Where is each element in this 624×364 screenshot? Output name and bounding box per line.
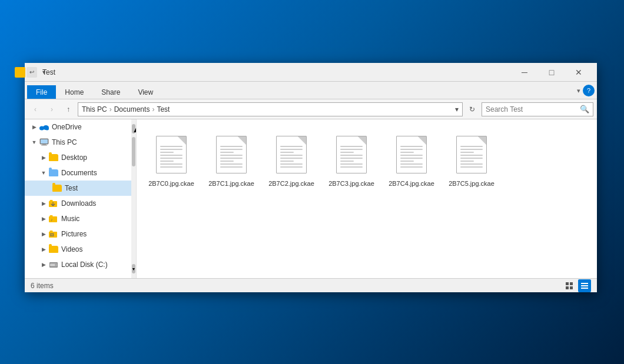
doc-line [160, 163, 182, 165]
path-part-test[interactable]: Test [157, 105, 170, 113]
doc-line [340, 155, 363, 156]
doc-lines [340, 146, 363, 168]
document-icon [276, 136, 307, 173]
sidebar-item-onedrive[interactable]: ▶ OneDrive [25, 119, 136, 135]
refresh-button[interactable]: ↻ [465, 102, 479, 116]
doc-line-short [220, 161, 234, 162]
view-small-btn[interactable] [578, 279, 591, 292]
file-icon-3 [333, 132, 370, 177]
main-area: ▶ OneDrive ▼ [25, 119, 597, 278]
minimize-button[interactable]: ─ [511, 63, 538, 82]
sidebar-label-downloads: Downloads [61, 199, 96, 208]
sidebar-item-documents[interactable]: ▼ Documents [25, 165, 136, 181]
up-button[interactable]: ↑ [61, 102, 75, 116]
svg-rect-6 [42, 144, 46, 145]
path-part-documents[interactable]: Documents [114, 105, 150, 113]
maximize-button[interactable]: □ [538, 63, 565, 82]
expand-arrow-pictures[interactable]: ▶ [39, 229, 48, 239]
svg-rect-9 [50, 200, 53, 202]
expand-arrow-localdisk[interactable]: ▶ [39, 260, 48, 269]
svg-rect-11 [50, 215, 53, 217]
files-grid: 2B7C0.jpg.ckae 2B7C1.jpg.ckae [142, 125, 591, 272]
doc-line [160, 155, 182, 156]
music-folder-icon: ♪ [48, 213, 59, 224]
doc-line [160, 146, 182, 147]
expand-arrow-documents[interactable]: ▼ [39, 168, 48, 178]
window-title: Test [42, 68, 511, 76]
doc-line [400, 158, 423, 159]
expand-arrow-thispc[interactable]: ▼ [29, 138, 39, 147]
pictures-folder-icon: 🖼 [48, 229, 59, 239]
search-icon[interactable]: 🔍 [580, 105, 589, 113]
expand-arrow-downloads[interactable]: ▶ [39, 199, 48, 208]
doc-line [160, 149, 182, 150]
svg-rect-14 [50, 231, 53, 232]
tab-file[interactable]: File [27, 85, 56, 99]
sidebar-item-test[interactable]: Test [25, 181, 136, 196]
doc-line [160, 158, 182, 159]
sidebar-item-music[interactable]: ▶ ♪ Music [25, 211, 136, 226]
doc-line [400, 155, 423, 156]
sidebar-item-thispc[interactable]: ▼ This PC [25, 135, 136, 150]
svg-text:🖼: 🖼 [50, 233, 54, 237]
doc-lines [160, 146, 182, 168]
expand-arrow-onedrive[interactable]: ▶ [29, 122, 39, 132]
tab-home[interactable]: Home [56, 85, 92, 99]
test-folder-icon [52, 183, 62, 193]
quick-access-folder-btn[interactable] [15, 67, 25, 78]
ribbon-right: ▾ ? [577, 85, 595, 99]
help-button[interactable]: ? [583, 85, 595, 96]
search-box: 🔍 [482, 102, 593, 116]
doc-line [160, 166, 182, 168]
doc-line [460, 146, 483, 147]
ribbon-collapse-btn[interactable]: ▾ [577, 87, 580, 95]
doc-line [280, 149, 303, 150]
file-item[interactable]: 2B7C5.jpg.ckae [445, 130, 498, 268]
svg-rect-20 [570, 282, 573, 285]
expand-arrow-desktop[interactable]: ▶ [39, 153, 48, 162]
svg-rect-5 [41, 139, 48, 143]
doc-line [340, 163, 363, 165]
expand-arrow-videos[interactable]: ▶ [39, 245, 48, 254]
address-bar: ‹ › ↑ This PC › Documents › Test ▾ ↻ 🔍 [25, 99, 597, 119]
address-dropdown-btn[interactable]: ▾ [455, 105, 459, 113]
doc-line [220, 166, 243, 168]
doc-line [400, 163, 423, 165]
forward-button[interactable]: › [45, 102, 59, 116]
svg-rect-19 [566, 282, 569, 285]
doc-line [220, 158, 243, 159]
file-item[interactable]: 2B7C4.jpg.ckae [385, 130, 438, 268]
file-item[interactable]: 2B7C0.jpg.ckae [145, 130, 198, 268]
search-input[interactable] [486, 105, 577, 113]
file-item[interactable]: 2B7C1.jpg.ckae [205, 130, 258, 268]
drive-icon [48, 259, 59, 270]
sidebar-item-videos[interactable]: ▶ Videos [25, 242, 136, 257]
file-name: 2B7C2.jpg.ckae [268, 179, 314, 188]
onedrive-icon [39, 122, 49, 132]
file-item[interactable]: 2B7C2.jpg.ckae [265, 130, 318, 268]
file-icon-4 [393, 132, 430, 177]
doc-line-short [280, 152, 294, 153]
svg-rect-24 [581, 285, 588, 286]
doc-line [220, 149, 243, 150]
sidebar-item-localdisk[interactable]: ▶ Local Disk (C:) [25, 257, 136, 272]
file-icon-2 [273, 132, 310, 177]
sidebar-item-downloads[interactable]: ▶ Downloads [25, 196, 136, 211]
tab-view[interactable]: View [129, 85, 162, 99]
close-button[interactable]: ✕ [565, 63, 592, 82]
videos-folder-icon [48, 244, 59, 255]
address-path[interactable]: This PC › Documents › Test ▾ [78, 102, 463, 116]
file-item[interactable]: 2B7C3.jpg.ckae [325, 130, 378, 268]
tab-share[interactable]: Share [92, 85, 129, 99]
downloads-folder-icon [48, 198, 59, 209]
file-name: 2B7C4.jpg.ckae [389, 179, 434, 188]
sidebar-item-pictures[interactable]: ▶ 🖼 Pictures [25, 226, 136, 242]
path-part-thispc[interactable]: This PC [82, 105, 107, 113]
sidebar-item-desktop[interactable]: ▶ Desktop [25, 150, 136, 165]
doc-line-short [460, 161, 474, 162]
expand-arrow-music[interactable]: ▶ [39, 214, 48, 223]
view-large-btn[interactable] [563, 279, 576, 292]
quick-access-undo-btn[interactable]: ↩ [26, 67, 37, 78]
document-icon [456, 136, 487, 173]
back-button[interactable]: ‹ [28, 102, 42, 116]
